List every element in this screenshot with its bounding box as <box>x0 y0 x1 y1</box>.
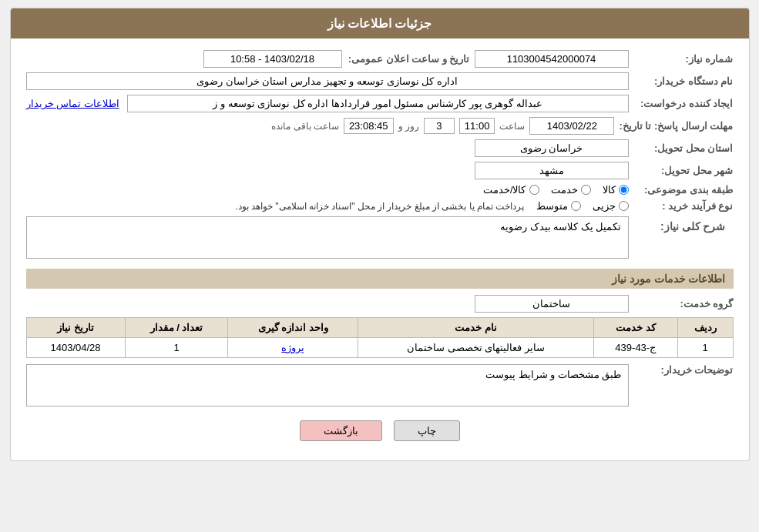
sharh-textarea[interactable]: تکمیل یک کلاسه بیدک رضویه <box>26 216 629 259</box>
khadamat-header: اطلاعات خدمات مورد نیاز <box>26 269 734 289</box>
rooz-label: روز و <box>398 121 419 132</box>
row-tabaqe: طبقه بندی موضوعی: کالا خدمت کالا/خدمت <box>26 184 734 196</box>
grooh-label: گروه خدمت: <box>633 298 734 309</box>
button-row: چاپ بازگشت <box>26 420 734 441</box>
row-ijad: ایجاد کننده درخواست: عبداله گوهری پور کا… <box>26 95 734 112</box>
noe-farayand-label: نوع فرآیند خرید : <box>633 200 734 212</box>
tozihat-area: طبق مشخصات و شرایط پیوست <box>26 364 629 409</box>
shahr-label: شهر محل تحویل: <box>633 165 734 176</box>
services-table: ردیف کد خدمت نام خدمت واحد اندازه گیری ت… <box>26 317 734 358</box>
grooh-value: ساختمان <box>475 295 629 313</box>
mohlet-date: 1403/02/22 <box>529 117 614 135</box>
col-tedad: تعداد / مقدار <box>125 318 228 338</box>
noe-mottvaset-radio[interactable] <box>571 201 581 211</box>
baqi-label: ساعت باقی مانده <box>271 121 339 132</box>
row-mohlet: مهلت ارسال پاسخ: تا تاریخ: 1403/02/22 سا… <box>26 117 734 135</box>
tabaqe-kala-khadamat-item[interactable]: کالا/خدمت <box>483 184 539 196</box>
noe-jozi-item[interactable]: جزیی <box>593 200 629 212</box>
tozihat-label: توضیحات خریدار: <box>633 364 734 376</box>
table-row: 1 ج-43-439 سایر فعالیتهای تخصصی ساختمان … <box>26 338 733 358</box>
tozihat-textarea[interactable]: طبق مشخصات و شرایط پیوست <box>26 364 629 407</box>
cell-kod: ج-43-439 <box>593 338 677 358</box>
col-kod: کد خدمت <box>593 318 677 338</box>
shomara-label: شماره نیاز: <box>633 53 734 65</box>
col-nam: نام خدمت <box>358 318 593 338</box>
tabaqe-radio-group: کالا خدمت کالا/خدمت <box>483 184 629 196</box>
tabaqe-khadamat-label: خدمت <box>551 184 578 196</box>
mohlet-rooz: 3 <box>424 118 455 134</box>
tabaqe-label: طبقه بندی موضوعی: <box>633 184 734 196</box>
noe-farayand-radio-group: جزیی متوسط پرداخت تمام یا بخشی از مبلغ خ… <box>235 200 628 212</box>
page-title: جزئیات اطلاعات نیاز <box>327 17 432 30</box>
shomara-value: 1103004542000074 <box>475 50 629 68</box>
noe-jozi-label: جزیی <box>593 200 616 212</box>
ostan-value: خراسان رضوی <box>475 139 629 157</box>
tabaqe-khadamat-item[interactable]: خدمت <box>551 184 591 196</box>
cell-tarikh: 1403/04/28 <box>26 338 125 358</box>
tabaqe-kala-radio[interactable] <box>619 185 629 195</box>
col-radif: ردیف <box>677 318 733 338</box>
row-shomara: شماره نیاز: 1103004542000074 تاریخ و ساع… <box>26 50 734 68</box>
ijad-value: عبداله گوهری پور کارشناس مسئول امور قرار… <box>127 95 629 112</box>
mohlet-baqi: 23:08:45 <box>344 118 394 134</box>
tabaqe-kala-label: کالا <box>603 184 616 196</box>
mohlet-label: مهلت ارسال پاسخ: تا تاریخ: <box>619 120 733 132</box>
content-area: شماره نیاز: 1103004542000074 تاریخ و ساع… <box>11 38 749 460</box>
noe-mottvaset-item[interactable]: متوسط <box>536 200 581 212</box>
cell-vahed[interactable]: پروژه <box>228 338 358 358</box>
tabaqe-kala-khadamat-radio[interactable] <box>529 185 539 195</box>
ijad-link[interactable]: اطلاعات تماس خریدار <box>26 98 119 109</box>
table-header-row: ردیف کد خدمت نام خدمت واحد اندازه گیری ت… <box>26 318 733 338</box>
ostan-label: استان محل تحویل: <box>633 142 734 154</box>
cell-tedad: 1 <box>125 338 228 358</box>
shahr-value: مشهد <box>475 162 629 179</box>
row-grooh: گروه خدمت: ساختمان <box>26 295 734 313</box>
tarikh-value: 1403/02/18 - 10:58 <box>203 50 342 68</box>
col-vahed: واحد اندازه گیری <box>228 318 358 338</box>
ijad-label: ایجاد کننده درخواست: <box>633 98 734 109</box>
row-tozihat: توضیحات خریدار: طبق مشخصات و شرایط پیوست <box>26 364 734 409</box>
main-container: جزئیات اطلاعات نیاز شماره نیاز: 11030045… <box>10 8 750 461</box>
dastgah-value: اداره کل نوسازی توسعه و تجهیز مدارس استا… <box>26 72 629 90</box>
tabaqe-kala-item[interactable]: کالا <box>603 184 629 196</box>
sharh-label: شرح کلی نیاز: <box>633 216 734 236</box>
tarikh-label: تاریخ و ساعت اعلان عمومی: <box>347 53 470 65</box>
back-button[interactable]: بازگشت <box>300 420 382 441</box>
tabaqe-khadamat-radio[interactable] <box>581 185 591 195</box>
cell-radif: 1 <box>677 338 733 358</box>
saat-label: ساعت <box>499 121 525 132</box>
col-tarikh: تاریخ نیاز <box>26 318 125 338</box>
row-dastgah: نام دستگاه خریدار: اداره کل نوسازی توسعه… <box>26 72 734 90</box>
row-noe-farayand: نوع فرآیند خرید : جزیی متوسط پرداخت تمام… <box>26 200 734 212</box>
row-shahr: شهر محل تحویل: مشهد <box>26 162 734 179</box>
cell-nam: سایر فعالیتهای تخصصی ساختمان <box>358 338 593 358</box>
noe-mottvaset-label: متوسط <box>536 200 568 212</box>
mohlet-saat: 11:00 <box>459 118 495 134</box>
tabaqe-kala-khadamat-label: کالا/خدمت <box>483 184 526 196</box>
row-sharh: شرح کلی نیاز: تکمیل یک کلاسه بیدک رضویه <box>26 216 734 261</box>
noe-jozi-radio[interactable] <box>619 201 629 211</box>
sharh-area: تکمیل یک کلاسه بیدک رضویه <box>26 216 629 261</box>
print-button[interactable]: چاپ <box>394 420 460 441</box>
row-ostan: استان محل تحویل: خراسان رضوی <box>26 139 734 157</box>
dastgah-label: نام دستگاه خریدار: <box>633 75 734 87</box>
noe-farayand-note: پرداخت تمام یا بخشی از مبلغ خریدار از مح… <box>235 201 524 212</box>
page-header: جزئیات اطلاعات نیاز <box>11 8 749 38</box>
